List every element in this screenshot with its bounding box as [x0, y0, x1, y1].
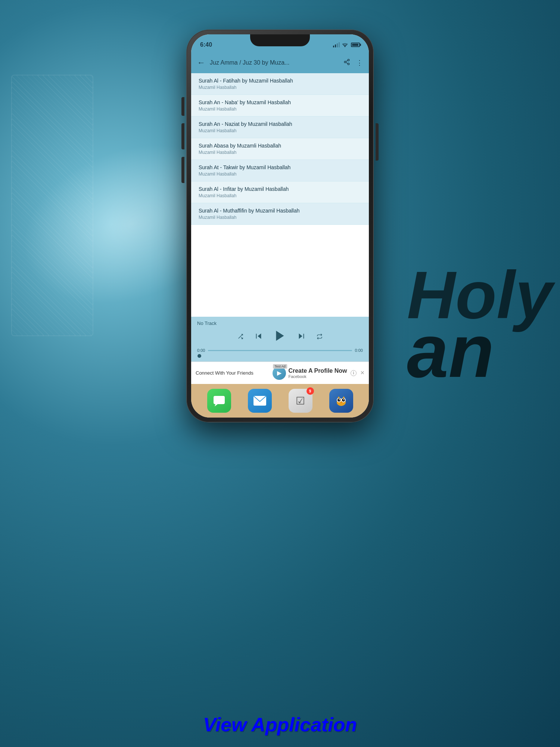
status-icons — [333, 42, 360, 47]
header-icons: ⋮ — [343, 59, 363, 67]
time-current: 0:00 — [197, 348, 205, 353]
track-title: Surah Al - Infitar by Muzamil Hasballah — [199, 186, 361, 192]
ad-text-block: Connect With Your Friends — [196, 370, 269, 376]
track-title: Surah An - Naziat by Muzamil Hasballah — [199, 121, 361, 127]
track-artist: Muzamil Hasballah — [199, 150, 361, 155]
share-icon[interactable] — [343, 59, 350, 67]
dock-owl[interactable] — [329, 389, 353, 413]
shuffle-button[interactable] — [237, 333, 244, 341]
ad-badge: Test Ad — [273, 364, 287, 369]
progress-row: 0:00 0:00 — [197, 348, 363, 353]
track-title: Surah An - Naba' by Muzamil Hasballah — [199, 99, 361, 105]
track-title: Surah At - Takwir by Muzamil Hasballah — [199, 164, 361, 170]
ad-main-text: Connect With Your Friends — [196, 370, 269, 376]
bg-ornament — [11, 75, 93, 336]
signal-icon — [333, 42, 340, 47]
header-title: Juz Amma / Juz 30 by Muza... — [210, 59, 339, 66]
phone-wrapper: 6:40 — [187, 30, 373, 422]
dock-tasks[interactable]: 9 ☑ — [289, 389, 312, 413]
view-application-button[interactable]: View Application — [203, 713, 357, 736]
progress-bar[interactable] — [208, 350, 352, 351]
track-item[interactable]: Surah Al - Muthaffifin by Muzamil Hasbal… — [191, 203, 369, 225]
ad-cta-text: Create A Profile Now — [288, 368, 347, 374]
repeat-button[interactable] — [316, 333, 323, 341]
tasks-badge: 9 — [307, 387, 314, 395]
phone-screen: 6:40 — [191, 34, 369, 418]
svg-point-2 — [344, 61, 346, 63]
ad-source: Facebook — [288, 374, 347, 379]
track-item[interactable]: Surah An - Naziat by Muzamil Hasballah M… — [191, 117, 369, 138]
svg-marker-11 — [299, 334, 302, 339]
track-list: Surah Al - Fatihah by Muzamil Hasballah … — [191, 73, 369, 317]
track-item[interactable]: Surah An - Naba' by Muzamil Hasballah Mu… — [191, 95, 369, 117]
bg-text-holy: Holy an — [407, 261, 553, 388]
svg-point-22 — [343, 399, 344, 400]
side-button-volume-down — [181, 157, 184, 183]
ad-info-icon[interactable]: ℹ — [351, 370, 357, 376]
side-button-power — [376, 123, 379, 161]
track-item[interactable]: Surah At - Takwir by Muzamil Hasballah M… — [191, 160, 369, 182]
track-artist: Muzamil Hasballah — [199, 193, 361, 198]
svg-marker-10 — [276, 331, 284, 341]
track-artist: Muzamil Hasballah — [199, 215, 361, 220]
time-total: 0:00 — [355, 348, 363, 353]
app-header: ← Juz Amma / Juz 30 by Muza... ⋮ — [191, 52, 369, 73]
track-artist: Muzamil Hasballah — [199, 85, 361, 90]
ad-close-button[interactable]: × — [360, 369, 364, 377]
prev-button[interactable] — [255, 332, 263, 342]
track-artist: Muzamil Hasballah — [199, 128, 361, 133]
phone-frame: 6:40 — [187, 30, 373, 422]
ad-banner: Connect With Your Friends Test Ad ▶ Crea… — [191, 362, 369, 384]
dock-mail[interactable] — [248, 389, 272, 413]
track-item[interactable]: Surah Al - Infitar by Muzamil Hasballah … — [191, 182, 369, 203]
track-title: Surah Al - Muthaffifin by Muzamil Hasbal… — [199, 208, 361, 214]
svg-marker-14 — [215, 404, 218, 406]
wifi-icon — [342, 43, 348, 47]
player-track-name: No Track — [197, 320, 363, 326]
status-time: 6:40 — [200, 41, 212, 48]
play-button[interactable] — [273, 329, 287, 345]
ad-fb-text: Create A Profile Now Facebook — [288, 368, 347, 379]
more-icon[interactable]: ⋮ — [356, 59, 363, 67]
track-artist: Muzamil Hasballah — [199, 171, 361, 177]
track-item[interactable]: Surah Abasa by Muzamli Hasballah Muzamil… — [191, 138, 369, 160]
notch — [250, 34, 310, 46]
player-controls — [197, 329, 363, 345]
svg-rect-13 — [214, 396, 225, 404]
svg-line-4 — [346, 62, 348, 63]
dock: 9 ☑ — [191, 384, 369, 418]
svg-point-1 — [348, 59, 349, 61]
svg-line-5 — [346, 60, 348, 61]
dock-messages[interactable] — [207, 389, 231, 413]
player: No Track — [191, 317, 369, 362]
svg-point-0 — [345, 46, 345, 47]
battery-icon — [351, 43, 360, 47]
side-button-mute — [181, 97, 184, 116]
next-button[interactable] — [297, 332, 305, 342]
svg-point-21 — [339, 399, 340, 400]
progress-dot — [197, 354, 201, 358]
track-item[interactable]: Surah Al - Fatihah by Muzamil Hasballah … — [191, 73, 369, 95]
track-artist: Muzamil Hasballah — [199, 106, 361, 112]
svg-point-3 — [348, 63, 349, 65]
svg-marker-8 — [258, 334, 261, 339]
track-title: Surah Abasa by Muzamli Hasballah — [199, 143, 361, 149]
track-title: Surah Al - Fatihah by Muzamil Hasballah — [199, 78, 361, 84]
back-button[interactable]: ← — [197, 58, 205, 68]
side-button-volume-up — [181, 123, 184, 149]
